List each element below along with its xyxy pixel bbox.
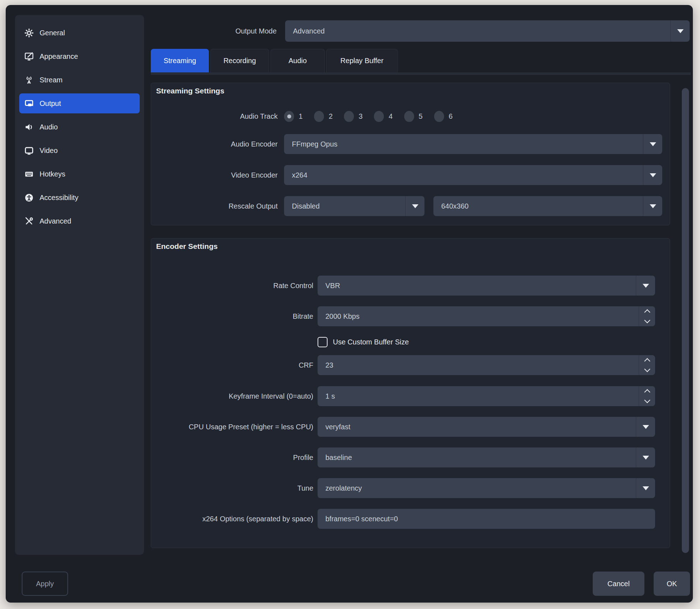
use-custom-buffer-checkbox[interactable] bbox=[318, 337, 328, 347]
radio-label: 3 bbox=[359, 112, 362, 121]
rescale-resolution-select[interactable]: 640x360 bbox=[433, 196, 662, 216]
accessibility-icon bbox=[24, 193, 34, 203]
keyboard-icon bbox=[24, 169, 34, 179]
radio-label: 5 bbox=[419, 112, 423, 121]
audio-track-option-3[interactable]: 3 bbox=[344, 111, 362, 122]
chevron-down-icon bbox=[405, 196, 424, 216]
decrement-button[interactable] bbox=[639, 365, 655, 375]
sidebar-item-general[interactable]: General bbox=[19, 23, 140, 43]
profile-value: baseline bbox=[325, 447, 634, 467]
chevron-down-icon bbox=[644, 317, 650, 323]
sidebar-item-audio[interactable]: Audio bbox=[19, 117, 140, 137]
decrement-button[interactable] bbox=[639, 396, 655, 406]
audio-encoder-label: Audio Encoder bbox=[151, 134, 278, 154]
sidebar-item-label: Audio bbox=[40, 123, 58, 131]
cancel-button[interactable]: Cancel bbox=[593, 572, 644, 596]
vertical-scrollbar-thumb[interactable] bbox=[682, 88, 689, 553]
tab-replay-buffer[interactable]: Replay Buffer bbox=[326, 49, 398, 72]
radio-label: 1 bbox=[299, 112, 303, 121]
sidebar-item-hotkeys[interactable]: Hotkeys bbox=[19, 164, 140, 184]
video-encoder-select[interactable]: x264 bbox=[284, 165, 662, 185]
rate-control-select[interactable]: VBR bbox=[318, 276, 655, 296]
sidebar-item-stream[interactable]: Stream bbox=[19, 70, 140, 90]
profile-select[interactable]: baseline bbox=[318, 447, 655, 467]
output-icon bbox=[24, 99, 34, 108]
x264-options-label: x264 Options (separated by space) bbox=[151, 509, 313, 529]
tune-label: Tune bbox=[151, 478, 313, 498]
increment-button[interactable] bbox=[639, 386, 655, 396]
sidebar: General Appearance Stream Output bbox=[15, 15, 144, 555]
rate-control-value: VBR bbox=[325, 276, 634, 296]
radio-selected-icon bbox=[284, 111, 294, 122]
cpu-usage-preset-select[interactable]: veryfast bbox=[318, 417, 655, 437]
tune-select[interactable]: zerolatency bbox=[318, 478, 655, 498]
audio-track-option-6[interactable]: 6 bbox=[434, 111, 453, 122]
chevron-down-icon bbox=[636, 447, 655, 467]
increment-button[interactable] bbox=[639, 306, 655, 316]
sidebar-item-accessibility[interactable]: Accessibility bbox=[19, 188, 140, 208]
keyframe-interval-label: Keyframe Interval (0=auto) bbox=[151, 386, 313, 406]
chevron-up-icon bbox=[644, 389, 650, 395]
stepper-buttons bbox=[639, 386, 655, 406]
ok-button[interactable]: OK bbox=[654, 572, 690, 596]
chevron-down-icon bbox=[670, 20, 690, 42]
use-custom-buffer-row: Use Custom Buffer Size bbox=[318, 335, 409, 349]
stepper-buttons bbox=[639, 355, 655, 375]
x264-options-input[interactable]: bframes=0 scenecut=0 bbox=[318, 509, 655, 529]
crf-stepper[interactable]: 23 bbox=[318, 355, 655, 375]
rescale-resolution-value: 640x360 bbox=[441, 196, 641, 216]
sidebar-item-output[interactable]: Output bbox=[19, 93, 140, 113]
stepper-buttons bbox=[639, 306, 655, 326]
audio-track-option-2[interactable]: 2 bbox=[314, 111, 333, 122]
keyframe-interval-value: 1 s bbox=[325, 386, 635, 406]
output-mode-value: Advanced bbox=[293, 20, 668, 42]
bitrate-value: 2000 Kbps bbox=[325, 306, 635, 326]
output-mode-select[interactable]: Advanced bbox=[285, 20, 690, 42]
keyframe-interval-stepper[interactable]: 1 s bbox=[318, 386, 655, 406]
audio-track-option-4[interactable]: 4 bbox=[374, 111, 392, 122]
apply-button[interactable]: Apply bbox=[22, 572, 68, 596]
sidebar-item-label: Video bbox=[40, 147, 58, 155]
increment-button[interactable] bbox=[639, 355, 655, 365]
radio-icon bbox=[314, 111, 324, 122]
antenna-icon bbox=[24, 75, 34, 85]
sidebar-item-label: Advanced bbox=[40, 217, 71, 225]
radio-icon bbox=[374, 111, 384, 122]
crf-label: CRF bbox=[151, 355, 313, 375]
use-custom-buffer-label: Use Custom Buffer Size bbox=[333, 338, 409, 346]
chevron-down-icon bbox=[643, 134, 662, 154]
audio-track-option-1[interactable]: 1 bbox=[284, 111, 303, 122]
tab-label: Replay Buffer bbox=[340, 57, 384, 65]
group-title: Encoder Settings bbox=[156, 242, 218, 251]
sidebar-item-label: Output bbox=[40, 99, 61, 108]
audio-track-option-5[interactable]: 5 bbox=[404, 111, 423, 122]
audio-track-label: Audio Track bbox=[151, 109, 278, 124]
audio-encoder-select[interactable]: FFmpeg Opus bbox=[284, 134, 662, 154]
audio-track-radio-group: 1 2 3 4 bbox=[284, 109, 662, 124]
sidebar-item-appearance[interactable]: Appearance bbox=[19, 46, 140, 66]
tools-icon bbox=[24, 216, 34, 226]
chevron-down-icon bbox=[643, 165, 662, 185]
rescale-output-select[interactable]: Disabled bbox=[284, 196, 424, 216]
sidebar-item-advanced[interactable]: Advanced bbox=[19, 211, 140, 231]
cpu-usage-preset-value: veryfast bbox=[325, 417, 634, 437]
chevron-down-icon bbox=[636, 417, 655, 437]
tab-streaming[interactable]: Streaming bbox=[151, 49, 209, 72]
streaming-settings-group: Streaming Settings Audio Track 1 2 bbox=[151, 83, 670, 225]
monitor-icon bbox=[24, 146, 34, 155]
settings-screen: General Appearance Stream Output bbox=[0, 0, 700, 609]
sidebar-item-label: Accessibility bbox=[40, 194, 78, 202]
tune-value: zerolatency bbox=[325, 478, 634, 498]
tab-recording[interactable]: Recording bbox=[210, 49, 269, 72]
chevron-up-icon bbox=[644, 358, 650, 364]
sidebar-item-video[interactable]: Video bbox=[19, 140, 140, 160]
radio-icon bbox=[344, 111, 354, 122]
rate-control-label: Rate Control bbox=[151, 276, 313, 296]
chevron-down-icon bbox=[644, 397, 650, 403]
bitrate-label: Bitrate bbox=[151, 306, 313, 326]
tab-audio[interactable]: Audio bbox=[271, 49, 325, 72]
chevron-down-icon bbox=[636, 478, 655, 498]
decrement-button[interactable] bbox=[639, 316, 655, 326]
tab-label: Audio bbox=[288, 57, 307, 65]
bitrate-stepper[interactable]: 2000 Kbps bbox=[318, 306, 655, 326]
